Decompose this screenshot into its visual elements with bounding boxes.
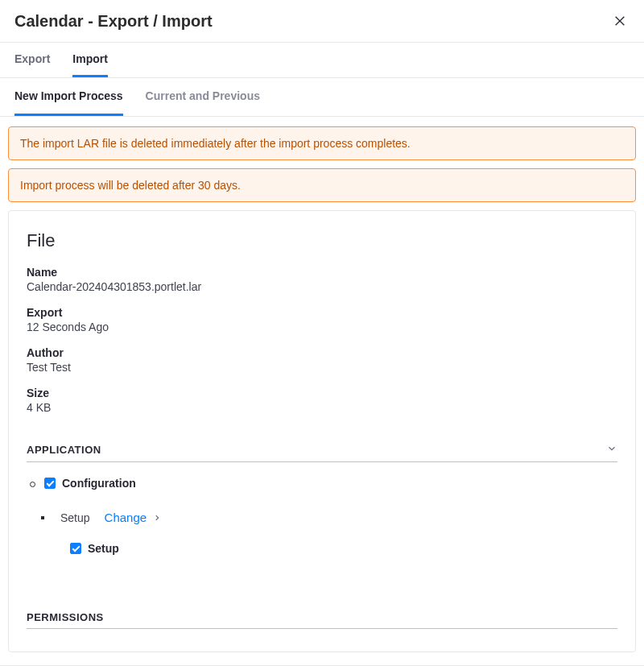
- sub-tab-bar: New Import Process Current and Previous: [0, 78, 644, 117]
- top-tab-bar: Export Import: [0, 43, 644, 78]
- field-export-label: Export: [27, 306, 617, 319]
- field-author-label: Author: [27, 346, 617, 359]
- setup-row: Setup Change: [60, 511, 617, 524]
- content-area: The import LAR file is deleted immediate…: [0, 117, 644, 652]
- tab-export[interactable]: Export: [14, 43, 50, 77]
- file-panel: File Name Calendar-202404301853.portlet.…: [8, 210, 636, 652]
- configuration-row: Configuration: [44, 477, 617, 490]
- field-name-value: Calendar-202404301853.portlet.lar: [27, 280, 617, 293]
- configuration-list: Configuration: [27, 462, 617, 490]
- field-export: Export 12 Seconds Ago: [27, 306, 617, 333]
- subtab-current-and-previous[interactable]: Current and Previous: [146, 78, 260, 116]
- chevron-right-icon: [153, 514, 161, 522]
- field-author: Author Test Test: [27, 346, 617, 374]
- modal-title: Calendar - Export / Import: [14, 12, 213, 31]
- setup-checkbox[interactable]: [70, 543, 81, 554]
- change-link[interactable]: Change: [105, 511, 162, 524]
- field-name-label: Name: [27, 266, 617, 279]
- section-permissions-header[interactable]: PERMISSIONS: [27, 611, 617, 629]
- section-application-title: APPLICATION: [27, 444, 101, 456]
- configuration-label: Configuration: [62, 477, 136, 490]
- close-icon: [613, 14, 626, 27]
- section-permissions-title: PERMISSIONS: [27, 611, 104, 623]
- setup-list: Setup Change: [27, 490, 617, 524]
- close-button[interactable]: [610, 11, 630, 31]
- configuration-checkbox[interactable]: [44, 478, 56, 489]
- subtab-new-import-process[interactable]: New Import Process: [14, 78, 123, 116]
- alert-lar-deleted: The import LAR file is deleted immediate…: [8, 126, 636, 160]
- change-link-label: Change: [105, 511, 147, 524]
- chevron-down-icon: [606, 443, 617, 457]
- field-export-value: 12 Seconds Ago: [27, 321, 617, 333]
- field-name: Name Calendar-202404301853.portlet.lar: [27, 266, 617, 293]
- field-size: Size 4 KB: [27, 387, 617, 414]
- file-heading: File: [27, 230, 617, 251]
- tab-import[interactable]: Import: [72, 43, 108, 77]
- setup-check-row: Setup: [27, 524, 617, 555]
- modal-header: Calendar - Export / Import: [0, 0, 644, 43]
- alert-process-deleted: Import process will be deleted after 30 …: [8, 168, 636, 202]
- section-application-header[interactable]: APPLICATION: [27, 443, 617, 462]
- field-size-value: 4 KB: [27, 401, 617, 414]
- setup-checkbox-label: Setup: [88, 542, 119, 555]
- setup-text: Setup: [60, 511, 90, 524]
- field-author-value: Test Test: [27, 361, 617, 374]
- field-size-label: Size: [27, 387, 617, 399]
